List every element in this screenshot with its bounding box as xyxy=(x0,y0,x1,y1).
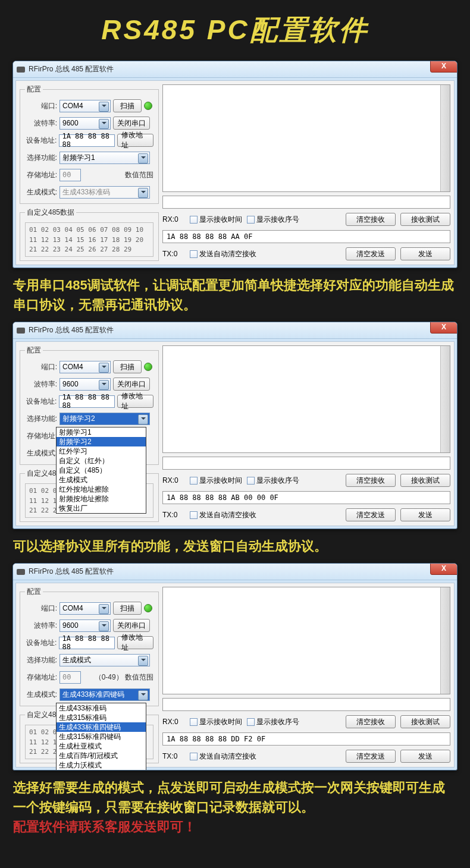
tx-input[interactable]: 1A 88 88 88 88 DD F2 0F xyxy=(162,732,450,746)
selfunc-combo[interactable]: 生成模式 xyxy=(59,654,150,666)
rx-textarea[interactable] xyxy=(162,84,450,192)
show-seq-checkbox[interactable]: 显示接收序号 xyxy=(247,717,299,727)
rx-test-button[interactable]: 接收测试 xyxy=(400,474,450,487)
config-legend: 配置 xyxy=(25,84,43,95)
port-combo[interactable]: COM4 xyxy=(59,100,111,112)
show-seq-checkbox[interactable]: 显示接收序号 xyxy=(247,215,299,225)
port-label: 端口: xyxy=(25,362,57,372)
show-time-checkbox[interactable]: 显示接收时间 xyxy=(190,215,242,225)
devaddr-input[interactable]: 1A 88 88 88 88 xyxy=(59,134,114,147)
baud-combo[interactable]: 9600 xyxy=(59,117,111,130)
close-port-button[interactable]: 关闭串口 xyxy=(113,619,150,632)
genmode-combo[interactable]: 生成433标准码 xyxy=(59,186,150,199)
close-port-button[interactable]: 关闭串口 xyxy=(113,378,150,391)
mod-addr-button[interactable]: 修改地址 xyxy=(117,636,153,649)
status-led-icon xyxy=(144,102,152,110)
send-button[interactable]: 发送 xyxy=(400,750,450,763)
storeaddr-input[interactable]: 00 xyxy=(59,169,81,181)
selfunc-combo[interactable]: 射频学习2 xyxy=(59,413,150,425)
mod-addr-button[interactable]: 修改地址 xyxy=(117,395,153,408)
dropdown-option[interactable]: 生成模式 xyxy=(57,475,146,485)
config-legend: 配置 xyxy=(25,587,43,597)
clear-rx-button[interactable]: 清空接收 xyxy=(346,715,396,728)
genmode-combo[interactable]: 生成433标准四键码 xyxy=(59,688,150,701)
app-icon xyxy=(17,569,25,575)
tx-input[interactable]: 1A 88 88 88 88 AA 0F xyxy=(162,230,450,243)
app-icon xyxy=(17,328,25,334)
show-time-checkbox[interactable]: 显示接收时间 xyxy=(190,476,242,486)
auto-clear-checkbox[interactable]: 发送自动清空接收 xyxy=(190,751,256,762)
devaddr-input[interactable]: 1A 88 88 88 88 xyxy=(59,637,114,649)
selfunc-combo[interactable]: 射频学习1 xyxy=(59,152,150,164)
dropdown-option[interactable]: 自定义（485） xyxy=(57,466,146,475)
send-button[interactable]: 发送 xyxy=(400,508,450,521)
tx-counter: TX:0 xyxy=(162,250,185,258)
dropdown-option[interactable]: 自定义（红外） xyxy=(57,456,146,466)
dropdown-option[interactable]: 生成315标准四键码 xyxy=(57,732,146,741)
scrollbar[interactable] xyxy=(440,85,450,191)
tx-input-empty[interactable] xyxy=(162,457,450,470)
scan-button[interactable]: 扫描 xyxy=(113,602,142,615)
tx-input-empty[interactable] xyxy=(162,196,450,209)
selfunc-dropdown[interactable]: 射频学习1射频学习2红外学习自定义（红外）自定义（485）生成模式红外按地址擦除… xyxy=(56,427,146,514)
clear-tx-button[interactable]: 清空发送 xyxy=(346,750,396,763)
scrollbar[interactable] xyxy=(440,587,450,694)
port-combo[interactable]: COM4 xyxy=(59,361,111,373)
port-combo[interactable]: COM4 xyxy=(59,602,111,615)
close-port-button[interactable]: 关闭串口 xyxy=(113,117,150,130)
tx-input-empty[interactable] xyxy=(162,698,450,711)
dropdown-option[interactable]: 红外按地址擦除 xyxy=(57,485,146,494)
close-button[interactable]: X xyxy=(430,322,458,334)
dropdown-option[interactable]: 射频学习2 xyxy=(57,437,146,446)
genmode-label: 生成模式: xyxy=(25,448,57,458)
dropdown-option[interactable]: 生成杜亚模式 xyxy=(57,741,146,751)
dropdown-option[interactable]: 生成433标准码 xyxy=(57,703,146,713)
clear-rx-button[interactable]: 清空接收 xyxy=(346,213,396,226)
dropdown-option[interactable]: 生成力沃模式 xyxy=(57,760,146,770)
show-seq-checkbox[interactable]: 显示接收序号 xyxy=(247,476,299,486)
dropdown-option[interactable]: 生成433标准四键码 xyxy=(57,722,146,732)
send-button[interactable]: 发送 xyxy=(400,247,450,260)
tx-counter: TX:0 xyxy=(162,511,185,519)
caption-2: 可以选择协议里所有的功能，发送窗口自动生成协议。 xyxy=(0,529,470,563)
storeaddr-input[interactable]: 00 xyxy=(59,671,81,684)
page-title: RS485 PC配置软件 xyxy=(0,12,470,49)
genmode-dropdown[interactable]: 生成433标准码生成315标准码生成433标准四键码生成315标准四键码生成杜亚… xyxy=(56,703,146,770)
auto-clear-checkbox[interactable]: 发送自动清空接收 xyxy=(190,249,256,259)
dropdown-option[interactable]: 生成315标准码 xyxy=(57,713,146,722)
rx-textarea[interactable] xyxy=(162,587,450,694)
dropdown-option[interactable]: 红外学习 xyxy=(57,446,146,456)
port-label: 端口: xyxy=(25,603,57,614)
close-button[interactable]: X xyxy=(430,563,458,575)
baud-combo[interactable]: 9600 xyxy=(59,619,111,632)
baud-combo[interactable]: 9600 xyxy=(59,378,111,391)
rx-test-button[interactable]: 接收测试 xyxy=(400,213,450,226)
devaddr-input[interactable]: 1A 88 88 88 88 xyxy=(59,395,114,408)
clear-tx-button[interactable]: 清空发送 xyxy=(346,247,396,260)
scrollbar[interactable] xyxy=(440,346,450,452)
clear-rx-button[interactable]: 清空接收 xyxy=(346,474,396,487)
custom485-data[interactable]: 01 02 03 04 05 06 07 08 09 10 11 12 13 1… xyxy=(25,222,153,257)
rx-test-button[interactable]: 接收测试 xyxy=(400,715,450,728)
close-button[interactable]: X xyxy=(430,61,458,73)
config-group: 配置 端口: COM4 扫描 波特率: 9600 关闭串口 设备地址: 1A 8… xyxy=(20,84,159,204)
dropdown-option[interactable]: 射频学习1 xyxy=(57,427,146,437)
caption-3: 选择好需要生成的模式，点发送即可启动生成模式按一次网关按键即可生成一个按键编码，… xyxy=(0,770,470,844)
window-title: RFirPro 总线 485 配置软件 xyxy=(29,567,114,577)
dropdown-option[interactable]: 射频按地址擦除 xyxy=(57,494,146,504)
auto-clear-checkbox[interactable]: 发送自动清空接收 xyxy=(190,510,256,520)
scan-button[interactable]: 扫描 xyxy=(113,360,142,373)
storeaddr-label: 存储地址: xyxy=(25,170,57,180)
mod-addr-button[interactable]: 修改地址 xyxy=(117,134,153,147)
config-legend: 配置 xyxy=(25,345,43,356)
show-time-checkbox[interactable]: 显示接收时间 xyxy=(190,717,242,727)
devaddr-label: 设备地址: xyxy=(25,638,57,648)
dropdown-option[interactable]: 恢复出厂 xyxy=(57,504,146,513)
baud-label: 波特率: xyxy=(25,118,57,128)
rx-textarea[interactable] xyxy=(162,345,450,453)
titlebar: RFirPro 总线 485 配置软件 X xyxy=(13,322,457,339)
clear-tx-button[interactable]: 清空发送 xyxy=(346,508,396,521)
dropdown-option[interactable]: 生成百阵/初冠模式 xyxy=(57,751,146,760)
tx-input[interactable]: 1A 88 88 88 88 AB 00 00 0F xyxy=(162,491,450,504)
scan-button[interactable]: 扫描 xyxy=(113,99,142,112)
